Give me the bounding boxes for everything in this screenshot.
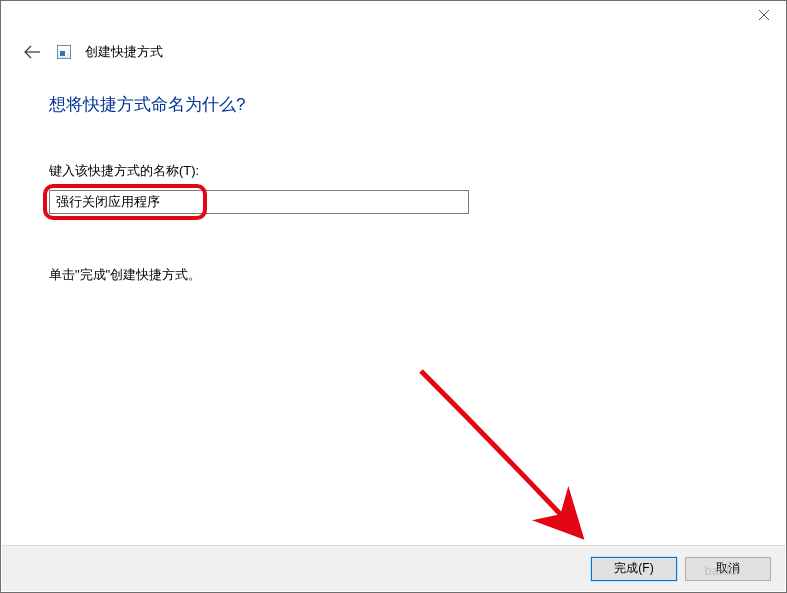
shortcut-name-input[interactable]	[49, 190, 469, 214]
wizard-content: 想将快捷方式命名为什么? 键入该快捷方式的名称(T): 单击"完成"创建快捷方式…	[1, 63, 786, 284]
wizard-title: 创建快捷方式	[85, 43, 163, 61]
name-field-label: 键入该快捷方式的名称(T):	[49, 162, 786, 180]
close-button[interactable]	[741, 1, 786, 29]
wizard-instruction: 单击"完成"创建快捷方式。	[49, 266, 786, 284]
dialog-footer: 完成(F) 取消	[2, 545, 785, 591]
titlebar	[1, 1, 786, 31]
wizard-header: 创建快捷方式	[1, 31, 786, 63]
back-button[interactable]	[21, 41, 43, 63]
name-field-wrap	[49, 190, 469, 214]
shortcut-icon	[57, 45, 71, 59]
back-arrow-icon	[23, 45, 41, 59]
dialog-window: 创建快捷方式 想将快捷方式命名为什么? 键入该快捷方式的名称(T): 单击"完成…	[0, 0, 787, 593]
wizard-heading: 想将快捷方式命名为什么?	[49, 93, 786, 116]
finish-button[interactable]: 完成(F)	[591, 557, 677, 581]
close-icon	[759, 10, 769, 20]
cancel-button[interactable]: 取消	[685, 557, 771, 581]
